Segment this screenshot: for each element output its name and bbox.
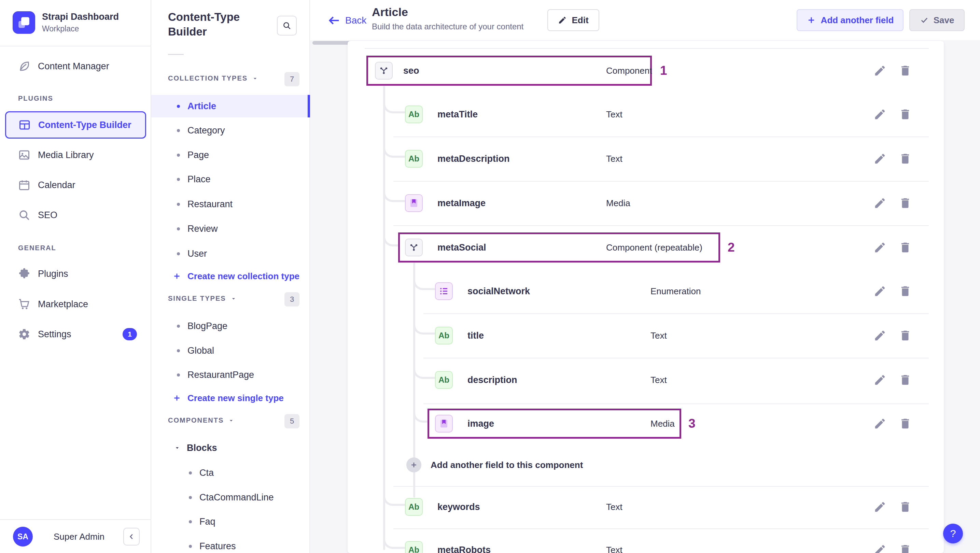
- save-button[interactable]: Save: [909, 9, 965, 31]
- subnav-item-page[interactable]: Page: [151, 144, 310, 166]
- subnav-item-user[interactable]: User: [151, 242, 310, 265]
- subnav-item-global[interactable]: Global: [151, 339, 310, 362]
- subnav-item-article[interactable]: Article: [151, 95, 310, 118]
- delete-field-icon[interactable]: [899, 108, 912, 121]
- subnav-section-count: 5: [285, 414, 299, 428]
- avatar[interactable]: SA: [13, 527, 33, 547]
- sidebar-item-plugins[interactable]: Plugins: [0, 260, 151, 288]
- field-row-metadescription[interactable]: Ab metaDescription Text: [348, 144, 944, 174]
- plus-circle-button[interactable]: [406, 458, 422, 472]
- delete-field-icon[interactable]: [899, 152, 912, 165]
- subnav-item-features[interactable]: Features: [151, 535, 310, 553]
- subnav-item-label: Place: [188, 174, 211, 185]
- back-link[interactable]: Back: [328, 14, 366, 27]
- edit-field-icon[interactable]: [873, 373, 886, 386]
- pencil-icon: [558, 16, 567, 25]
- create-label: Create new collection type: [188, 271, 299, 281]
- help-button[interactable]: ?: [943, 524, 963, 543]
- page-subtitle: Build the data architecture of your cont…: [372, 22, 523, 32]
- row-divider: [423, 358, 929, 358]
- sidebar-item-content-type-builder[interactable]: Content-Type Builder: [5, 111, 146, 138]
- field-name: metaRobots: [438, 545, 491, 553]
- subnav-item-ctacommandline[interactable]: CtaCommandLine: [151, 486, 310, 509]
- strapi-logo-icon[interactable]: [13, 11, 35, 34]
- panel-divider: [168, 54, 184, 55]
- sidebar-item-label: Marketplace: [38, 299, 88, 310]
- delete-field-icon[interactable]: [899, 241, 912, 254]
- subnav-item-label: User: [188, 248, 207, 259]
- subnav-item-blogpage[interactable]: BlogPage: [151, 315, 310, 337]
- field-name: metaTitle: [438, 109, 478, 120]
- search-button[interactable]: [277, 16, 297, 35]
- calendar-icon: [18, 179, 30, 191]
- subnav-item-label: RestaurantPage: [188, 370, 254, 380]
- fields-list: 1 seo Component Ab metaTitle Text Ab met…: [348, 41, 944, 553]
- text-field-icon: Ab: [405, 105, 423, 123]
- field-row-keywords[interactable]: Ab keywords Text: [348, 492, 944, 522]
- sidebar-item-content-manager[interactable]: Content Manager: [0, 52, 151, 80]
- subnav-section-collection-types[interactable]: COLLECTION TYPES: [168, 75, 258, 82]
- edit-label: Edit: [572, 15, 588, 25]
- field-row-metaimage[interactable]: metaImage Media: [348, 188, 944, 218]
- subnav-section-components[interactable]: COMPONENTS: [168, 416, 235, 424]
- edit-field-icon[interactable]: [873, 285, 886, 298]
- field-name: title: [468, 331, 484, 341]
- sidebar-item-marketplace[interactable]: Marketplace: [0, 291, 151, 318]
- delete-field-icon[interactable]: [899, 197, 912, 210]
- add-another-field-button[interactable]: Add another field: [797, 9, 904, 31]
- page-header: Back Article Build the data architecture…: [310, 0, 980, 40]
- delete-field-icon[interactable]: [899, 373, 912, 386]
- add-field-to-component-row[interactable]: Add another field to this component: [348, 450, 944, 480]
- field-row-description[interactable]: Ab description Text: [348, 365, 944, 395]
- subnav-item-review[interactable]: Review: [151, 218, 310, 240]
- sidebar-item-calendar[interactable]: Calendar: [0, 172, 151, 199]
- field-row-metasocial[interactable]: metaSocial Component (repeatable): [348, 232, 944, 262]
- field-row-metarobots[interactable]: Ab metaRobots Text: [348, 535, 944, 553]
- text-field-icon: Ab: [405, 150, 423, 168]
- subnav-item-category[interactable]: Category: [151, 119, 310, 141]
- search-icon: [282, 21, 291, 30]
- component-field-icon: [375, 62, 393, 79]
- sidebar-item-label: Media Library: [38, 150, 94, 160]
- subnav-item-place[interactable]: Place: [151, 168, 310, 191]
- field-type: Component: [606, 65, 652, 76]
- edit-field-icon[interactable]: [873, 64, 886, 77]
- edit-field-icon[interactable]: [873, 329, 886, 342]
- delete-field-icon[interactable]: [899, 417, 912, 430]
- subnav-item-label: Review: [188, 224, 218, 234]
- subnav-item-restaurant[interactable]: Restaurant: [151, 193, 310, 215]
- chevron-left-icon: [127, 532, 136, 541]
- arrow-left-icon: [328, 14, 341, 27]
- sidebar-item-media-library[interactable]: Media Library: [0, 141, 151, 168]
- field-row-title[interactable]: Ab title Text: [348, 321, 944, 351]
- sidebar-item-seo[interactable]: SEO: [0, 202, 151, 229]
- delete-field-icon[interactable]: [899, 501, 912, 513]
- subnav-item-cta[interactable]: Cta: [151, 461, 310, 484]
- subnav-item-restaurantpage[interactable]: RestaurantPage: [151, 364, 310, 386]
- field-row-socialnetwork[interactable]: socialNetwork Enumeration: [348, 276, 944, 306]
- edit-field-icon[interactable]: [873, 501, 886, 513]
- subnav-item-blocks[interactable]: Blocks: [151, 437, 310, 459]
- edit-field-icon[interactable]: [873, 197, 886, 210]
- delete-field-icon[interactable]: [899, 285, 912, 298]
- edit-field-icon[interactable]: [873, 543, 886, 553]
- subnav-item-faq[interactable]: Faq: [151, 510, 310, 533]
- field-row-image[interactable]: image Media: [348, 408, 944, 439]
- field-row-seo[interactable]: seo Component: [348, 56, 944, 86]
- collapse-sidebar-button[interactable]: [123, 528, 140, 545]
- edit-field-icon[interactable]: [873, 108, 886, 121]
- create-create-new-collection-type[interactable]: Create new collection type: [151, 266, 310, 286]
- delete-field-icon[interactable]: [899, 543, 912, 553]
- delete-field-icon[interactable]: [899, 64, 912, 77]
- edit-button[interactable]: Edit: [547, 9, 599, 31]
- sidebar-item-label: Content Manager: [38, 61, 109, 72]
- sidebar-item-settings[interactable]: Settings 1: [0, 321, 151, 348]
- create-create-new-single-type[interactable]: Create new single type: [151, 388, 310, 408]
- field-row-metatitle[interactable]: Ab metaTitle Text: [348, 99, 944, 129]
- edit-field-icon[interactable]: [873, 152, 886, 165]
- add-field-to-component-label[interactable]: Add another field to this component: [431, 460, 583, 470]
- edit-field-icon[interactable]: [873, 417, 886, 430]
- edit-field-icon[interactable]: [873, 241, 886, 254]
- subnav-section-single-types[interactable]: SINGLE TYPES: [168, 295, 237, 302]
- delete-field-icon[interactable]: [899, 329, 912, 342]
